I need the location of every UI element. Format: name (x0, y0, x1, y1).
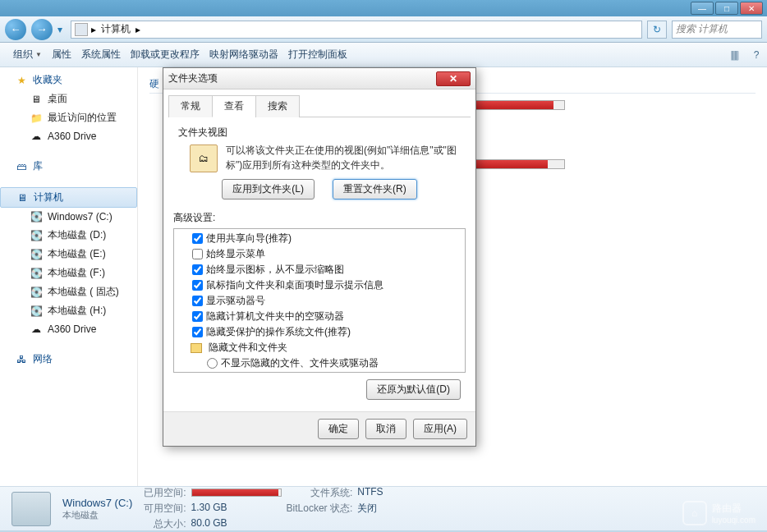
apply-to-folders-button[interactable]: 应用到文件夹(L) (222, 179, 315, 200)
sidebar-item-a360[interactable]: ☁A360 Drive (0, 127, 137, 145)
drive-icon: 💽 (30, 248, 43, 261)
drive-icon: 💽 (30, 229, 43, 242)
sidebar-network[interactable]: 🖧 网络 (0, 350, 137, 369)
cancel-button[interactable]: 取消 (365, 419, 406, 439)
advanced-setting-item[interactable]: 始终显示图标，从不显示缩略图 (176, 262, 463, 277)
tab-general[interactable]: 常规 (168, 95, 213, 117)
status-title: Windows7 (C:) (62, 497, 132, 509)
sidebar-item-drive-e[interactable]: 💽本地磁盘 (E:) (0, 245, 137, 264)
watermark: ⌂ 路由器 luyouqi.com (682, 501, 756, 525)
sidebar-item-a360-drive[interactable]: ☁A360 Drive (0, 320, 137, 338)
details-pane: Windows7 (C:) 本地磁盘 已用空间: 文件系统: NTFS 可用空间… (0, 486, 767, 530)
advanced-settings-label: 高级设置: (173, 211, 466, 225)
computer-icon: 🖥 (16, 191, 29, 204)
restore-defaults-button[interactable]: 还原为默认值(D) (366, 379, 461, 400)
sidebar-item-drive-f[interactable]: 💽本地磁盘 (F:) (0, 264, 137, 282)
maximize-button[interactable]: □ (715, 2, 738, 15)
sidebar-item-drive-d[interactable]: 💽本地磁盘 (D:) (0, 226, 137, 245)
advanced-setting-item[interactable]: 隐藏文件和文件夹 (176, 340, 463, 355)
advanced-setting-item[interactable]: 隐藏计算机文件夹中的空驱动器 (176, 309, 463, 324)
sidebar-item-recent[interactable]: 📁最近访问的位置 (0, 108, 137, 127)
advanced-settings-list[interactable]: 使用共享向导(推荐)始终显示菜单始终显示图标，从不显示缩略图鼠标指向文件夹和桌面… (173, 228, 466, 373)
library-icon: 🗃 (15, 160, 28, 173)
checkbox[interactable] (192, 249, 203, 259)
dialog-footer: 确定 取消 应用(A) (163, 411, 475, 446)
sidebar-item-drive-h[interactable]: 💽本地磁盘 (H:) (0, 301, 137, 320)
toolbar-organize[interactable]: 组织▼ (8, 48, 47, 62)
cloud-icon: ☁ (30, 130, 43, 143)
breadcrumb-sep: ▸ (91, 24, 96, 35)
checkbox[interactable] (192, 280, 203, 291)
breadcrumb-sep: ▸ (135, 24, 140, 35)
folder-view-description: 可以将该文件夹正在使用的视图(例如"详细信息"或"图标")应用到所有这种类型的文… (226, 143, 461, 172)
network-icon: 🖧 (15, 353, 28, 366)
back-button[interactable]: ← (5, 19, 26, 40)
ok-button[interactable]: 确定 (318, 419, 359, 439)
dialog-tabs: 常规 查看 搜索 (168, 94, 471, 117)
advanced-setting-item[interactable]: 始终显示菜单 (176, 246, 463, 262)
drive-large-icon (11, 492, 51, 526)
window-titlebar: — □ ✕ (0, 0, 767, 16)
navigation-bar: ← → ▾ ▸ 计算机 ▸ ↻ 搜索 计算机 (0, 16, 767, 43)
dialog-title: 文件夹选项 (168, 71, 218, 85)
checkbox[interactable] (192, 264, 203, 275)
advanced-setting-item[interactable]: 使用共享向导(推荐) (176, 231, 463, 246)
toolbar-control-panel[interactable]: 打开控制面板 (283, 48, 352, 62)
sidebar-libraries[interactable]: 🗃 库 (0, 157, 137, 176)
star-icon: ★ (15, 74, 28, 87)
checkbox[interactable] (192, 311, 203, 322)
toolbar-properties[interactable]: 属性 (47, 48, 76, 62)
recent-icon: 📁 (30, 112, 43, 125)
drive-icon: 💽 (30, 286, 43, 299)
checkbox[interactable] (192, 296, 203, 306)
drive-icon: 💽 (30, 267, 43, 280)
address-bar[interactable]: ▸ 计算机 ▸ (71, 21, 642, 39)
refresh-button[interactable]: ↻ (647, 21, 667, 39)
view-mode-button[interactable]: 🀫 (724, 46, 746, 64)
status-subtitle: 本地磁盘 (62, 509, 132, 521)
checkbox[interactable] (192, 233, 203, 244)
tab-view[interactable]: 查看 (212, 95, 256, 117)
folder-options-dialog: 文件夹选项 ✕ 常规 查看 搜索 文件夹视图 🗂 可以将该文件夹正在使用的视图(… (163, 67, 476, 447)
checkbox[interactable] (192, 327, 203, 337)
folder-icon (191, 343, 202, 353)
sidebar-item-desktop[interactable]: 🖥桌面 (0, 89, 137, 108)
folder-view-label: 文件夹视图 (178, 126, 461, 140)
advanced-setting-item[interactable]: 隐藏受保护的操作系统文件(推荐) (176, 324, 463, 340)
computer-icon (75, 23, 88, 36)
apply-button[interactable]: 应用(A) (413, 419, 467, 439)
advanced-setting-item[interactable]: 鼠标指向文件夹和桌面项时显示提示信息 (176, 277, 463, 293)
router-icon: ⌂ (682, 501, 707, 525)
toolbar: 组织▼ 属性 系统属性 卸载或更改程序 映射网络驱动器 打开控制面板 🀫 ? (0, 43, 767, 67)
sidebar-item-drive-ssd[interactable]: 💽本地磁盘 ( 固态) (0, 282, 137, 301)
reset-folders-button[interactable]: 重置文件夹(R) (333, 179, 417, 200)
tab-search[interactable]: 搜索 (255, 95, 300, 117)
help-button[interactable]: ? (746, 46, 767, 64)
cloud-icon: ☁ (30, 323, 43, 336)
toolbar-map-drive[interactable]: 映射网络驱动器 (204, 48, 283, 62)
advanced-setting-item[interactable]: 显示驱动器号 (176, 293, 463, 309)
sidebar-item-drive-c[interactable]: 💽Windows7 (C:) (0, 208, 137, 226)
minimize-button[interactable]: — (691, 2, 714, 15)
forward-button[interactable]: → (31, 19, 53, 40)
dialog-close-button[interactable]: ✕ (436, 71, 471, 86)
folder-view-icon: 🗂 (190, 144, 218, 172)
toolbar-system-properties[interactable]: 系统属性 (76, 48, 126, 62)
sidebar-computer[interactable]: 🖥 计算机 (0, 187, 137, 208)
navigation-pane: ★ 收藏夹 🖥桌面 📁最近访问的位置 ☁A360 Drive 🗃 库 🖥 计算机… (0, 67, 138, 486)
nav-history-dropdown[interactable]: ▾ (57, 24, 66, 35)
sidebar-favorites[interactable]: ★ 收藏夹 (0, 71, 137, 89)
drive-icon: 💽 (30, 210, 43, 223)
search-input[interactable]: 搜索 计算机 (672, 21, 762, 39)
breadcrumb-computer[interactable]: 计算机 (99, 22, 132, 36)
close-button[interactable]: ✕ (740, 2, 763, 15)
advanced-setting-item[interactable]: 不显示隐藏的文件、文件夹或驱动器 (176, 355, 463, 371)
radio[interactable] (207, 358, 218, 369)
drive-icon: 💽 (30, 305, 43, 318)
toolbar-uninstall[interactable]: 卸载或更改程序 (126, 48, 204, 62)
desktop-icon: 🖥 (30, 93, 43, 106)
dialog-titlebar[interactable]: 文件夹选项 ✕ (163, 68, 475, 89)
